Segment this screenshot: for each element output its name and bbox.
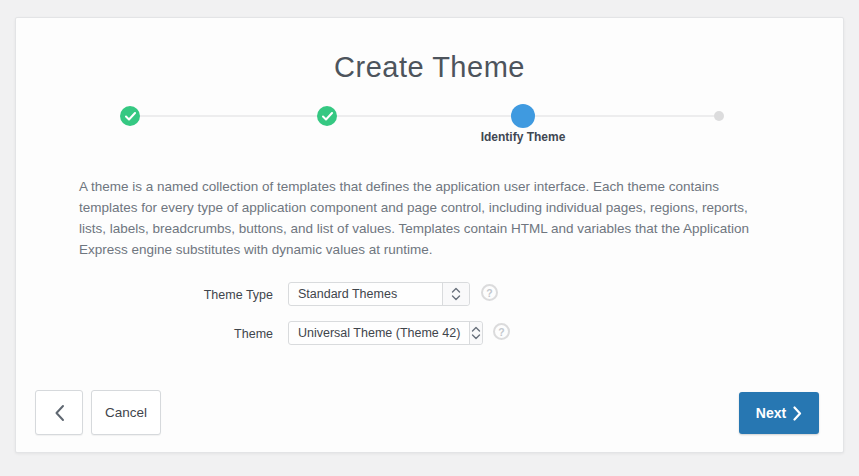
cancel-button[interactable]: Cancel (91, 390, 161, 435)
chevron-right-icon (793, 406, 802, 421)
theme-type-label: Theme Type (56, 288, 273, 302)
back-button[interactable] (35, 390, 83, 435)
theme-help-icon[interactable]: ? (493, 323, 510, 340)
question-glyph: ? (486, 287, 492, 299)
create-theme-wizard-card: Create Theme Identify Theme A theme is a… (15, 17, 844, 453)
stepper-step-1-complete (120, 106, 140, 126)
stepper-step-4-upcoming (714, 111, 724, 121)
check-icon (322, 112, 333, 121)
stepper-step-3-current (511, 104, 535, 128)
page: Create Theme Identify Theme A theme is a… (0, 0, 859, 476)
current-step-label: Identify Theme (423, 130, 623, 144)
theme-type-select[interactable]: Standard Themes (288, 282, 470, 306)
stepper-track (130, 115, 719, 117)
check-icon (125, 112, 136, 121)
theme-selected-value: Universal Theme (Theme 42) (289, 322, 469, 344)
next-button-label: Next (756, 405, 786, 421)
question-glyph: ? (498, 326, 504, 338)
next-button[interactable]: Next (739, 392, 819, 434)
theme-type-selected-value: Standard Themes (289, 283, 442, 305)
theme-description-text: A theme is a named collection of templat… (79, 176, 771, 260)
select-chevrons-icon (469, 322, 482, 344)
theme-select[interactable]: Universal Theme (Theme 42) (288, 321, 483, 345)
page-title: Create Theme (16, 51, 843, 84)
select-chevrons-icon (442, 283, 469, 305)
chevron-left-icon (54, 404, 65, 422)
stepper-step-2-complete (317, 106, 337, 126)
cancel-button-label: Cancel (105, 405, 147, 420)
theme-type-help-icon[interactable]: ? (481, 284, 498, 301)
theme-label: Theme (56, 327, 273, 341)
